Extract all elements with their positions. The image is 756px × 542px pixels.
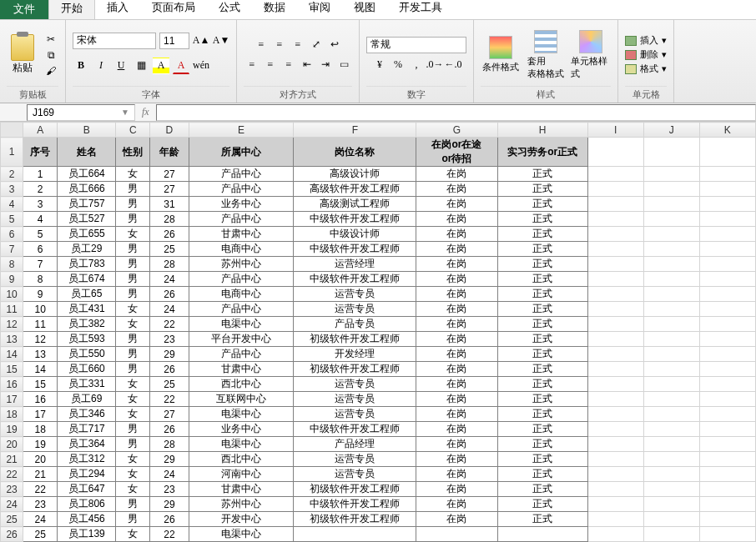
row-header[interactable]: 12 <box>1 317 23 332</box>
table-cell[interactable]: 产品中心 <box>189 167 294 182</box>
cell[interactable] <box>587 212 643 227</box>
table-cell[interactable]: 业务中心 <box>189 197 294 212</box>
cell[interactable] <box>643 377 699 392</box>
cell[interactable] <box>643 212 699 227</box>
cell[interactable] <box>699 407 755 422</box>
col-header-D[interactable]: D <box>150 123 189 138</box>
cell[interactable] <box>699 272 755 287</box>
table-cell[interactable]: 中级软件开发工程师 <box>294 497 416 512</box>
table-cell[interactable]: 开发经理 <box>294 347 416 362</box>
table-cell[interactable]: 正式 <box>497 242 587 257</box>
table-cell[interactable] <box>416 527 497 542</box>
row-header[interactable]: 23 <box>1 482 23 497</box>
table-cell[interactable]: 产品中心 <box>189 182 294 197</box>
table-cell[interactable]: 正式 <box>497 317 587 332</box>
table-cell[interactable]: 电渠中心 <box>189 437 294 452</box>
table-cell[interactable]: 电渠中心 <box>189 527 294 542</box>
tab-开始[interactable]: 开始 <box>48 0 95 19</box>
currency-icon[interactable]: ¥ <box>371 57 388 73</box>
table-cell[interactable]: 女 <box>116 302 150 317</box>
cell[interactable] <box>699 167 755 182</box>
cell[interactable] <box>699 452 755 467</box>
table-cell[interactable]: 男 <box>116 332 150 347</box>
table-cell[interactable]: 甘肃中心 <box>189 482 294 497</box>
tab-插入[interactable]: 插入 <box>95 0 140 19</box>
cell[interactable] <box>699 437 755 452</box>
table-cell[interactable]: 男 <box>116 287 150 302</box>
table-cell[interactable]: 员工660 <box>58 362 116 377</box>
cell[interactable] <box>699 138 755 167</box>
table-cell[interactable] <box>294 527 416 542</box>
merge-cells-icon[interactable]: ▭ <box>335 57 352 73</box>
increase-decimal-icon[interactable]: .0→ <box>426 57 443 73</box>
cell[interactable] <box>699 287 755 302</box>
row-header[interactable]: 24 <box>1 497 23 512</box>
table-cell[interactable]: 电商中心 <box>189 242 294 257</box>
table-cell[interactable]: 14 <box>23 362 58 377</box>
table-cell[interactable]: 正式 <box>497 257 587 272</box>
table-cell[interactable]: 正式 <box>497 407 587 422</box>
table-cell[interactable]: 3 <box>23 197 58 212</box>
cell[interactable] <box>643 182 699 197</box>
col-header-I[interactable]: I <box>587 123 643 138</box>
table-cell[interactable]: 正式 <box>497 182 587 197</box>
table-cell[interactable]: 28 <box>150 437 189 452</box>
table-cell[interactable]: 女 <box>116 167 150 182</box>
col-header-A[interactable]: A <box>23 123 58 138</box>
table-cell[interactable]: 员工666 <box>58 182 116 197</box>
table-cell[interactable]: 29 <box>150 452 189 467</box>
table-cell[interactable]: 员工364 <box>58 437 116 452</box>
table-cell[interactable]: 运营专员 <box>294 452 416 467</box>
table-cell[interactable]: 18 <box>23 422 58 437</box>
col-header-B[interactable]: B <box>58 123 116 138</box>
cell[interactable] <box>643 347 699 362</box>
table-cell[interactable]: 26 <box>150 287 189 302</box>
table-cell[interactable]: 正式 <box>497 377 587 392</box>
table-cell[interactable]: 产品中心 <box>189 302 294 317</box>
table-cell[interactable]: 在岗 <box>416 167 497 182</box>
cell[interactable] <box>643 167 699 182</box>
cell[interactable] <box>699 362 755 377</box>
row-header[interactable]: 16 <box>1 377 23 392</box>
table-cell[interactable]: 互联网中心 <box>189 392 294 407</box>
table-header-cell[interactable]: 姓名 <box>58 138 116 167</box>
table-cell[interactable]: 在岗 <box>416 332 497 347</box>
delete-cells-button[interactable]: 删除 ▾ <box>625 48 667 61</box>
table-cell[interactable]: 正式 <box>497 167 587 182</box>
cell[interactable] <box>699 227 755 242</box>
formula-input[interactable] <box>156 104 756 121</box>
table-cell[interactable]: 男 <box>116 422 150 437</box>
table-cell[interactable]: 8 <box>23 272 58 287</box>
table-cell[interactable]: 产品经理 <box>294 437 416 452</box>
cell[interactable] <box>587 317 643 332</box>
cell[interactable] <box>643 452 699 467</box>
format-painter-icon[interactable]: 🖌 <box>43 64 58 78</box>
align-middle-icon[interactable]: ≡ <box>271 37 288 53</box>
table-cell[interactable]: 21 <box>23 467 58 482</box>
border-button[interactable]: ▦ <box>133 58 149 74</box>
cell[interactable] <box>587 332 643 347</box>
table-cell[interactable]: 员工294 <box>58 467 116 482</box>
cell[interactable] <box>587 138 643 167</box>
row-header[interactable]: 14 <box>1 347 23 362</box>
table-cell[interactable]: 13 <box>23 347 58 362</box>
table-cell[interactable]: 正式 <box>497 227 587 242</box>
table-cell[interactable]: 正式 <box>497 362 587 377</box>
cell[interactable] <box>643 287 699 302</box>
table-cell[interactable]: 河南中心 <box>189 467 294 482</box>
cell[interactable] <box>643 512 699 527</box>
font-color-button[interactable]: A <box>173 58 189 74</box>
table-cell[interactable]: 运营专员 <box>294 407 416 422</box>
table-cell[interactable]: 正式 <box>497 467 587 482</box>
table-cell[interactable]: 在岗 <box>416 407 497 422</box>
table-cell[interactable]: 23 <box>23 497 58 512</box>
table-cell[interactable]: 女 <box>116 467 150 482</box>
table-cell[interactable]: 正式 <box>497 212 587 227</box>
table-cell[interactable]: 运营经理 <box>294 257 416 272</box>
row-header[interactable]: 15 <box>1 362 23 377</box>
table-cell[interactable]: 11 <box>23 317 58 332</box>
table-cell[interactable]: 中级软件开发工程师 <box>294 272 416 287</box>
table-cell[interactable]: 正式 <box>497 422 587 437</box>
cell[interactable] <box>587 497 643 512</box>
tab-开发工具[interactable]: 开发工具 <box>387 0 454 19</box>
